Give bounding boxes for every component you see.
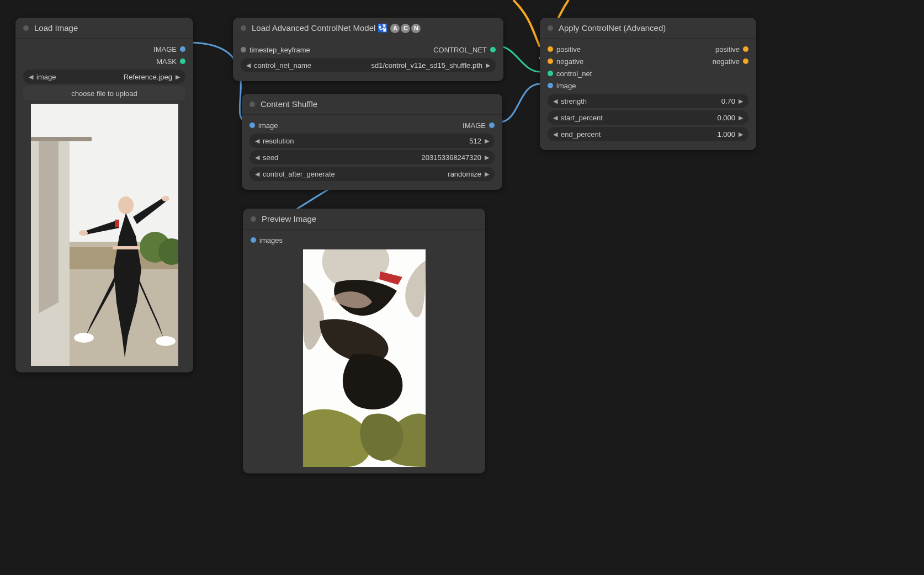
chevron-left-icon[interactable]: ◀	[255, 171, 259, 178]
output-port-mask[interactable]	[180, 58, 185, 64]
chevron-right-icon[interactable]: ▶	[176, 73, 180, 81]
chevron-right-icon[interactable]: ▶	[485, 154, 489, 161]
chevron-left-icon[interactable]: ◀	[553, 98, 557, 105]
chevron-left-icon[interactable]: ◀	[255, 137, 259, 145]
collapse-dot-icon[interactable]	[241, 25, 246, 31]
chevron-right-icon[interactable]: ▶	[485, 137, 489, 145]
node-load-image[interactable]: Load Image IMAGE MASK ◀ image Reference.…	[15, 18, 193, 372]
output-port-negative[interactable]	[743, 58, 748, 64]
node-header[interactable]: Load Advanced ControlNet Model 🛂 A C N	[233, 18, 503, 39]
controlnet-name-widget[interactable]: ◀ control_net_name sd1/control_v11e_sd15…	[241, 58, 496, 72]
strength-widget[interactable]: ◀ strength 0.70 ▶	[548, 94, 748, 108]
chevron-left-icon[interactable]: ◀	[255, 154, 259, 161]
control-after-generate-widget[interactable]: ◀ control_after_generate randomize ▶	[249, 167, 495, 181]
chevron-left-icon[interactable]: ◀	[553, 114, 557, 121]
node-header[interactable]: Preview Image	[243, 209, 485, 230]
widget-label: end_percent	[561, 130, 601, 139]
svg-point-11	[74, 333, 94, 343]
input-label: images	[259, 236, 283, 244]
input-label: image	[258, 121, 278, 130]
node-content-shuffle[interactable]: Content Shuffle image IMAGE ◀ resolution…	[242, 94, 502, 190]
input-label: timestep_keyframe	[249, 46, 310, 54]
output-port-image[interactable]	[180, 46, 185, 52]
chevron-right-icon[interactable]: ▶	[739, 98, 743, 105]
svg-rect-13	[113, 246, 140, 249]
chevron-left-icon[interactable]: ◀	[29, 73, 33, 81]
node-header[interactable]: Load Image	[15, 18, 193, 39]
image-preview	[31, 104, 178, 366]
svg-marker-4	[39, 137, 59, 313]
input-port-control-net[interactable]	[548, 71, 553, 76]
widget-label: strength	[561, 97, 587, 105]
widget-value: 203153368247320	[422, 153, 481, 162]
widget-label: control_after_generate	[263, 170, 335, 178]
output-label: IMAGE	[463, 121, 486, 130]
chevron-right-icon[interactable]: ▶	[739, 131, 743, 138]
widget-value: 512	[469, 137, 481, 145]
input-label: positive	[556, 45, 581, 54]
input-port-image[interactable]	[249, 123, 255, 128]
collapse-dot-icon[interactable]	[548, 25, 553, 31]
node-title: Content Shuffle	[261, 99, 317, 109]
chevron-right-icon[interactable]: ▶	[486, 62, 490, 69]
node-apply-controlnet[interactable]: Apply ControlNet (Advanced) positive pos…	[540, 18, 756, 150]
widget-label: image	[36, 73, 56, 81]
output-label: MASK	[156, 57, 177, 66]
svg-rect-5	[31, 137, 92, 141]
badge-a-icon: A	[390, 24, 400, 33]
input-label: negative	[556, 57, 583, 66]
output-label: CONTROL_NET	[433, 46, 487, 54]
widget-value: Reference.jpeg	[124, 73, 172, 81]
chevron-right-icon[interactable]: ▶	[739, 114, 743, 121]
chevron-left-icon[interactable]: ◀	[553, 131, 557, 138]
node-preview-image[interactable]: Preview Image images	[243, 209, 485, 473]
chevron-right-icon[interactable]: ▶	[485, 171, 489, 178]
widget-value: randomize	[448, 170, 481, 178]
button-label: choose file to upload	[71, 89, 137, 98]
resolution-widget[interactable]: ◀ resolution 512 ▶	[249, 134, 495, 148]
widget-label: control_net_name	[254, 61, 311, 70]
output-label: IMAGE	[153, 45, 177, 54]
image-select-widget[interactable]: ◀ image Reference.jpeg ▶	[23, 70, 185, 84]
output-label: negative	[713, 57, 740, 66]
input-port-positive[interactable]	[548, 46, 553, 52]
widget-label: start_percent	[561, 114, 603, 122]
svg-point-12	[156, 336, 176, 346]
node-title: Preview Image	[262, 214, 316, 223]
svg-point-10	[162, 196, 169, 201]
node-header[interactable]: Content Shuffle	[242, 94, 502, 115]
seed-widget[interactable]: ◀ seed 203153368247320 ▶	[249, 150, 495, 164]
input-label: control_net	[556, 70, 592, 78]
widget-value: 0.000	[717, 114, 735, 122]
input-port-timestep-keyframe[interactable]	[241, 47, 246, 52]
svg-point-9	[79, 230, 88, 236]
start-percent-widget[interactable]: ◀ start_percent 0.000 ▶	[548, 110, 748, 125]
collapse-dot-icon[interactable]	[23, 25, 29, 31]
upload-button[interactable]: choose file to upload	[23, 86, 185, 100]
input-port-negative[interactable]	[548, 58, 553, 64]
collapse-dot-icon[interactable]	[251, 216, 256, 222]
widget-value: 0.70	[721, 97, 735, 105]
widget-value: 1.000	[717, 130, 735, 139]
node-title: Load Advanced ControlNet Model 🛂	[252, 23, 388, 33]
node-title: Apply ControlNet (Advanced)	[559, 23, 666, 33]
badge-c-icon: C	[401, 24, 410, 33]
input-port-image[interactable]	[548, 83, 553, 88]
output-port-positive[interactable]	[743, 46, 748, 52]
widget-label: resolution	[263, 137, 294, 145]
output-label: positive	[715, 45, 740, 54]
end-percent-widget[interactable]: ◀ end_percent 1.000 ▶	[548, 127, 748, 141]
badge-n-icon: N	[411, 24, 421, 33]
input-port-images[interactable]	[251, 237, 256, 243]
image-preview	[303, 249, 426, 467]
output-port-control-net[interactable]	[490, 47, 496, 52]
node-header[interactable]: Apply ControlNet (Advanced)	[540, 18, 756, 39]
output-port-image[interactable]	[489, 123, 495, 128]
collapse-dot-icon[interactable]	[249, 102, 255, 107]
chevron-left-icon[interactable]: ◀	[246, 62, 251, 69]
widget-label: seed	[263, 153, 278, 162]
widget-value: sd1/control_v11e_sd15_shuffle.pth	[371, 61, 482, 70]
svg-point-8	[118, 196, 134, 214]
node-title: Load Image	[34, 23, 78, 33]
node-load-controlnet[interactable]: Load Advanced ControlNet Model 🛂 A C N t…	[233, 18, 503, 81]
